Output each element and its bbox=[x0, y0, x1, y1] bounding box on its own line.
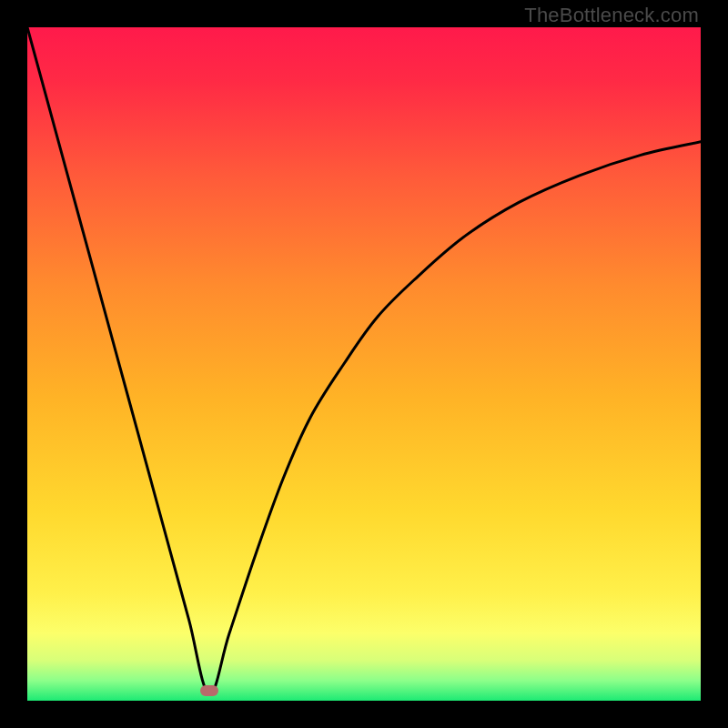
plot-area bbox=[27, 27, 701, 701]
bottleneck-curve bbox=[27, 27, 701, 701]
optimum-marker bbox=[200, 685, 218, 696]
chart-frame: TheBottleneck.com bbox=[0, 0, 728, 728]
watermark-text: TheBottleneck.com bbox=[524, 4, 699, 27]
